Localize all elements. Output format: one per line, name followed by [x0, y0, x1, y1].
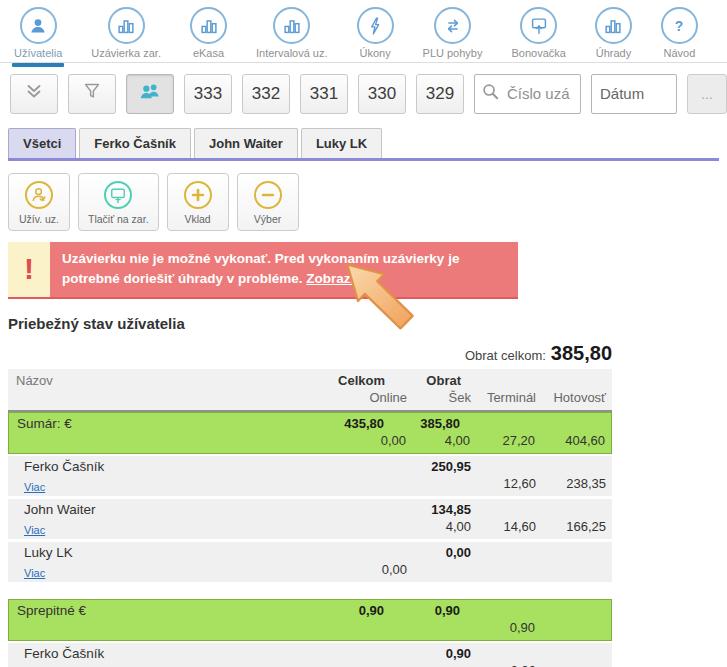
nav-item-label: Úkony: [359, 47, 390, 59]
users-filter-button[interactable]: [126, 74, 174, 114]
nav-item-label: Úhrady: [596, 47, 631, 59]
cell-hotovost: [537, 603, 607, 637]
filter-icon: [81, 80, 103, 107]
action-buttons: Užív. uz. Tlačiť na zar. Vklad Výber: [0, 161, 727, 231]
closure-number-button[interactable]: 331: [300, 74, 348, 114]
cell-obrat-sek: 0,00: [409, 545, 473, 579]
cell-obrat-sek: 385,804,00: [408, 416, 472, 450]
table-row: Ferko ČašníkViac 0,90 0,90: [8, 643, 612, 667]
bar-chart-icon: [273, 7, 310, 44]
action-u-v-uz-[interactable]: Užív. uz.: [8, 173, 70, 231]
nav-item-label: eKasa: [193, 47, 224, 59]
viac-link[interactable]: Viac: [24, 481, 45, 493]
nav-item-ekasa[interactable]: eKasa: [188, 7, 229, 67]
more-options-button[interactable]: ...: [687, 74, 727, 114]
nav-item--kony[interactable]: Úkony: [355, 7, 396, 67]
search-input[interactable]: [505, 84, 574, 103]
cell-terminal: [473, 545, 538, 579]
row-name: Ferko Čašník: [24, 646, 303, 661]
bar-chart-icon: [190, 7, 227, 44]
tab-v-etci[interactable]: Všetci: [8, 128, 76, 158]
closure-number-button[interactable]: 330: [358, 74, 406, 114]
table-header: Názov Celkom Online Obrat Šek Terminál H…: [8, 369, 612, 412]
cell-celkom-online: 435,800,00: [302, 416, 408, 450]
nav-item-intervalov-uz-[interactable]: Intervalová uz.: [254, 7, 330, 67]
nav-item-uz-vierka-zar-[interactable]: Uzávierka zar.: [89, 7, 163, 67]
nav-item-label: PLU pohyby: [423, 47, 483, 59]
question-icon: ?: [661, 7, 698, 44]
bar-chart-icon: [108, 7, 145, 44]
closure-number-button[interactable]: 333: [184, 74, 232, 114]
tab-luky-lk[interactable]: Luky LK: [301, 128, 382, 158]
row-name: Sprepitné €: [17, 603, 302, 618]
total-turnover-value: 385,80: [551, 342, 612, 364]
action-label: Vklad: [184, 213, 210, 225]
active-tab-underline: [12, 63, 64, 67]
collapse-button[interactable]: [10, 74, 58, 114]
closure-number-button[interactable]: 332: [242, 74, 290, 114]
toolbar: 333332331330329 ...: [0, 63, 727, 115]
row-name-cell: Ferko ČašníkViac: [12, 646, 303, 667]
cell-obrat-sek: 0,90: [409, 646, 473, 667]
action-label: Výber: [254, 213, 281, 225]
nav-item-u-vatelia[interactable]: Užívatelia: [12, 7, 64, 67]
user-icon: [20, 7, 57, 44]
row-name-cell: John WaiterViac: [12, 502, 303, 536]
user-check-icon: [25, 181, 53, 209]
nav-item-label: Návod: [664, 47, 696, 59]
tab-ferko-a-n-k[interactable]: Ferko Čašník: [79, 128, 191, 158]
nav-item-label: Intervalová uz.: [256, 47, 328, 59]
viac-link[interactable]: Viac: [24, 567, 45, 579]
action-vklad[interactable]: Vklad: [167, 173, 229, 231]
closure-number-search[interactable]: [474, 74, 581, 114]
nav-item--hrady[interactable]: Úhrady: [593, 7, 634, 67]
nav-item-label: Bonovačka: [511, 47, 565, 59]
column-hotovost: Hotovosť: [538, 373, 608, 407]
action-v-ber[interactable]: Výber: [237, 173, 299, 231]
closure-number-button[interactable]: 329: [416, 74, 464, 114]
cell-hotovost: [538, 545, 608, 579]
closure-warning-alert: ! Uzávierku nie je možné vykonať. Pred v…: [8, 242, 518, 299]
alert-message: Uzávierku nie je možné vykonať. Pred vyk…: [62, 251, 459, 286]
date-input[interactable]: [591, 74, 677, 114]
page-title: Priebežný stav užívatelia: [8, 315, 727, 332]
total-turnover-label: Obrat celkom:: [465, 348, 546, 363]
cell-terminal: 0,90: [472, 603, 537, 637]
filter-button[interactable]: [68, 74, 116, 114]
cell-celkom-online: [303, 502, 409, 536]
print-to-device-icon: [104, 181, 132, 209]
action-tla-i-na-zar-[interactable]: Tlačiť na zar.: [78, 173, 159, 231]
cell-hotovost: 166,25: [538, 502, 608, 536]
cell-celkom-online: [303, 459, 409, 493]
table-row: Ferko ČašníkViac 250,95 12,60 238,35: [8, 456, 612, 499]
tab-john-waiter[interactable]: John Waiter: [194, 128, 298, 158]
row-name: Sumár: €: [17, 416, 302, 431]
row-name: Ferko Čašník: [24, 459, 303, 474]
cell-hotovost: [538, 646, 608, 667]
tips-table: Sprepitné € 0,90 0,90 0,90 Ferko ČašníkV…: [8, 599, 612, 667]
cell-hotovost: 238,35: [538, 459, 608, 493]
monitor-up-icon: [520, 7, 557, 44]
show-problems-link[interactable]: Zobraziť: [306, 271, 360, 286]
users-balance-table: Názov Celkom Online Obrat Šek Terminál H…: [8, 369, 612, 585]
users-icon: [137, 80, 163, 107]
nav-item-plu-pohyby[interactable]: PLU pohyby: [421, 7, 485, 67]
action-label: Tlačiť na zar.: [88, 213, 149, 225]
cell-terminal: 0,90: [473, 646, 538, 667]
nav-item-label: Užívatelia: [14, 47, 62, 59]
cell-obrat-sek: 250,95: [409, 459, 473, 493]
summary-row: Sprepitné € 0,90 0,90 0,90: [8, 599, 612, 641]
viac-link[interactable]: Viac: [24, 524, 45, 536]
nav-item-n-vod[interactable]: ? Návod: [659, 7, 700, 67]
lightning-icon: [357, 7, 394, 44]
nav-item-bonova-ka[interactable]: Bonovačka: [509, 7, 567, 67]
cell-celkom-online: 0,00: [303, 545, 409, 579]
bar-chart-icon: [595, 7, 632, 44]
cell-terminal: 14,60: [473, 502, 538, 536]
row-name: Luky LK: [24, 545, 303, 560]
transfer-arrows-icon: [434, 7, 471, 44]
plus-icon: [184, 181, 212, 209]
column-terminal: Terminál: [473, 373, 538, 407]
column-name: Názov: [12, 373, 303, 407]
chevron-double-down-icon: [22, 80, 46, 107]
